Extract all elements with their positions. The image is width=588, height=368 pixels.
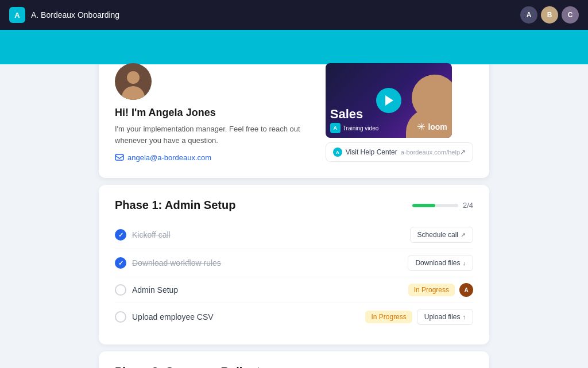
topbar-avatars: A B C	[520, 6, 579, 24]
task-name-kickoff: Kickoff call	[132, 230, 171, 239]
video-label-icon: A	[330, 123, 341, 133]
task-name-upload-csv: Upload employee CSV	[132, 312, 214, 321]
phase-1-section: Phase 1: Admin Setup 2/4 Kickoff call Sc…	[99, 185, 489, 344]
manager-avatar	[115, 63, 152, 100]
phase-2-section: Phase 2: Company Rollout 0/4 Employee ro…	[99, 351, 489, 368]
manager-name: Hi! I'm Angela Jones	[115, 107, 314, 119]
video-title: Sales	[330, 107, 363, 122]
manager-email-link[interactable]: angela@a-bordeaux.com	[115, 153, 314, 162]
manager-info: Hi! I'm Angela Jones I'm your implementa…	[115, 63, 326, 162]
upload-icon: ↑	[463, 313, 466, 320]
task-name-download: Download workflow rules	[132, 258, 221, 268]
video-section: A Training video Sales ✳ loom A Visit He…	[326, 63, 473, 162]
teal-accent-bar	[0, 30, 588, 64]
task-left-kickoff: Kickoff call	[115, 229, 171, 241]
app-logo: A	[9, 7, 25, 23]
phase-1-title: Phase 1: Admin Setup	[115, 199, 235, 212]
play-button[interactable]	[376, 88, 401, 113]
task-avatar-admin-setup: A	[459, 283, 473, 297]
video-label-text: Training video	[343, 125, 378, 131]
help-center-url: a-bordeaux.com/help	[401, 149, 460, 156]
manager-description: I'm your implementation manager. Feel fr…	[115, 123, 314, 146]
main-content: Hi! I'm Angela Jones I'm your implementa…	[0, 64, 588, 368]
avatar-3[interactable]: C	[562, 6, 579, 24]
phase-1-header: Phase 1: Admin Setup 2/4	[115, 199, 473, 212]
schedule-call-icon-kickoff: ↗	[461, 231, 466, 239]
task-checkbox-admin-setup[interactable]	[115, 284, 126, 296]
task-checkbox-kickoff[interactable]	[115, 229, 126, 241]
download-icon: ↓	[463, 259, 466, 266]
email-icon	[115, 153, 124, 162]
loom-badge: ✳ loom	[417, 121, 447, 133]
help-center-label: Visit Help Center	[346, 148, 397, 156]
phase-2-header: Phase 2: Company Rollout 0/4	[115, 365, 473, 368]
status-badge-admin-setup: In Progress	[408, 284, 455, 296]
task-name-admin-setup: Admin Setup	[132, 285, 178, 295]
play-icon	[385, 95, 393, 106]
phase-1-progress-bar	[412, 204, 458, 207]
task-checkbox-download[interactable]	[115, 257, 126, 269]
video-label: A Training video	[330, 123, 378, 133]
task-right-admin-setup: In Progress A	[408, 283, 473, 297]
video-thumbnail[interactable]: A Training video Sales ✳ loom	[326, 63, 452, 138]
task-right-download: Download files ↓	[408, 255, 473, 271]
avatar-2[interactable]: B	[541, 6, 558, 24]
status-badge-upload-csv: In Progress	[365, 311, 412, 323]
external-link-icon: ↗	[460, 148, 466, 156]
phase-1-progress: 2/4	[412, 201, 473, 210]
manager-card: Hi! I'm Angela Jones I'm your implementa…	[99, 47, 489, 178]
download-files-button[interactable]: Download files ↓	[408, 255, 473, 271]
content-wrapper: Hi! I'm Angela Jones I'm your implementa…	[99, 64, 489, 368]
topbar: A A. Bordeaux Onboarding A B C	[0, 0, 588, 30]
help-center-link[interactable]: A Visit Help Center a-bordeaux.com/help …	[326, 142, 473, 162]
phase-1-progress-fill	[412, 204, 435, 207]
task-row-upload-csv: Upload employee CSV In Progress Upload f…	[115, 303, 473, 331]
avatar-1[interactable]: A	[520, 6, 537, 24]
schedule-call-button-kickoff[interactable]: Schedule call ↗	[410, 227, 473, 243]
task-right-upload-csv: In Progress Upload files ↑	[365, 309, 473, 325]
loom-star-icon: ✳	[417, 121, 425, 133]
phase-2-title: Phase 2: Company Rollout	[115, 365, 260, 368]
loom-text: loom	[428, 122, 447, 131]
task-checkbox-upload-csv[interactable]	[115, 311, 126, 323]
help-center-inner: A Visit Help Center a-bordeaux.com/help	[333, 148, 460, 157]
topbar-left: A A. Bordeaux Onboarding	[9, 7, 119, 23]
upload-files-button[interactable]: Upload files ↑	[417, 309, 473, 325]
svg-rect-0	[115, 154, 123, 160]
help-icon: A	[333, 148, 342, 157]
task-left-admin-setup: Admin Setup	[115, 284, 178, 296]
task-row-kickoff: Kickoff call Schedule call ↗	[115, 221, 473, 249]
task-left-download: Download workflow rules	[115, 257, 221, 269]
phase-1-progress-label: 2/4	[463, 201, 473, 210]
task-right-kickoff: Schedule call ↗	[410, 227, 473, 243]
task-row-download: Download workflow rules Download files ↓	[115, 249, 473, 277]
task-row-admin-setup: Admin Setup In Progress A	[115, 277, 473, 303]
topbar-title: A. Bordeaux Onboarding	[31, 10, 119, 20]
task-left-upload-csv: Upload employee CSV	[115, 311, 214, 323]
